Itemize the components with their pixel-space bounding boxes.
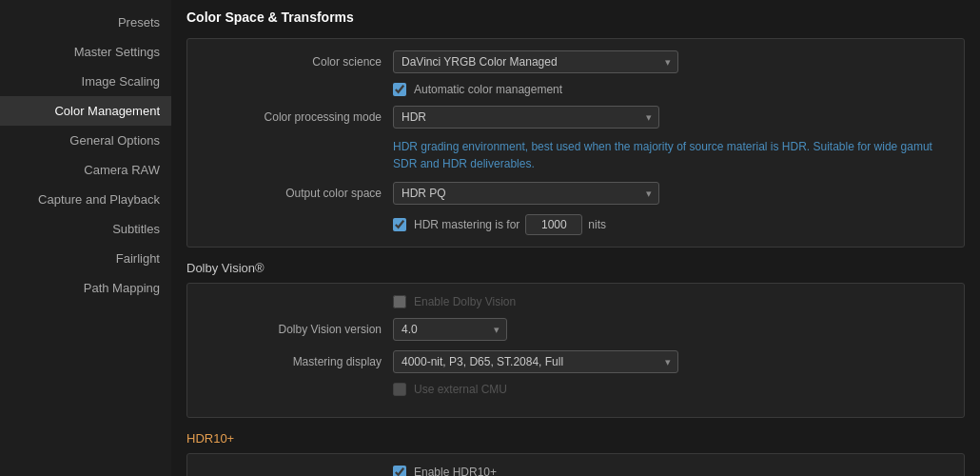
output-color-row: Output color space HDR PQHDR HLGRec.709R… (203, 182, 949, 205)
output-color-select[interactable]: HDR PQHDR HLGRec.709Rec.2020 (393, 182, 659, 205)
hdr10-title: HDR10+ (186, 431, 965, 446)
dolby-version-select[interactable]: 4.02.92.6 (393, 318, 507, 341)
main-content: Color Space & Transforms Color science D… (171, 0, 980, 476)
hdr-mastering-checkbox[interactable] (393, 218, 406, 231)
dolby-enable-checkbox[interactable] (393, 295, 406, 308)
color-processing-select[interactable]: HDRSDRCustom (393, 106, 659, 129)
sidebar-item-presets[interactable]: Presets (0, 8, 171, 37)
dolby-version-label: Dolby Vision version (203, 323, 393, 336)
color-science-select[interactable]: DaVinci YRGB Color ManagedDaVinci YRGBDa… (393, 50, 678, 73)
hdr-description: HDR grading environment, best used when … (393, 138, 949, 172)
auto-color-row: Automatic color management (393, 83, 949, 96)
hdr10-enable-row: Enable HDR10+ (393, 466, 949, 476)
mastering-display-wrapper: 4000-nit, P3, D65, ST.2084, Full1000-nit… (393, 350, 678, 373)
color-processing-wrapper: HDRSDRCustom (393, 106, 659, 129)
color-space-panel: Color science DaVinci YRGB Color Managed… (186, 38, 965, 248)
dolby-version-wrapper: 4.02.92.6 (393, 318, 507, 341)
use-external-cmu-checkbox[interactable] (393, 383, 406, 396)
hdr-mastering-label[interactable]: HDR mastering is for (414, 218, 519, 231)
auto-color-checkbox[interactable] (393, 83, 406, 96)
mastering-display-select[interactable]: 4000-nit, P3, D65, ST.2084, Full1000-nit… (393, 350, 678, 373)
sidebar: PresetsMaster SettingsImage ScalingColor… (0, 0, 171, 476)
dolby-version-control: 4.02.92.6 (393, 318, 949, 341)
section-title-text: Color Space (186, 10, 265, 25)
output-color-control: HDR PQHDR HLGRec.709Rec.2020 (393, 182, 949, 205)
dolby-enable-label[interactable]: Enable Dolby Vision (414, 295, 516, 308)
nits-unit-label: nits (588, 218, 606, 231)
hdr-mastering-row: HDR mastering is for 1000 nits (393, 214, 949, 235)
hdr10-enable-label[interactable]: Enable HDR10+ (414, 466, 497, 476)
color-processing-row: Color processing mode HDRSDRCustom (203, 106, 949, 129)
auto-color-label[interactable]: Automatic color management (414, 83, 562, 96)
sidebar-item-path-mapping[interactable]: Path Mapping (0, 273, 171, 303)
sidebar-item-camera-raw[interactable]: Camera RAW (0, 155, 171, 185)
mastering-display-label: Mastering display (203, 355, 393, 368)
section-title: Color Space & Transforms (186, 10, 965, 29)
use-external-cmu-label[interactable]: Use external CMU (414, 383, 507, 396)
sidebar-item-general-options[interactable]: General Options (0, 126, 171, 155)
dolby-vision-title: Dolby Vision® (186, 261, 965, 275)
color-processing-label: Color processing mode (203, 110, 393, 124)
hdr10-enable-checkbox[interactable] (393, 466, 406, 476)
dolby-enable-row: Enable Dolby Vision (393, 295, 949, 308)
mastering-display-row: Mastering display 4000-nit, P3, D65, ST.… (203, 350, 949, 373)
output-color-label: Output color space (203, 187, 393, 200)
sidebar-item-fairlight[interactable]: Fairlight (0, 244, 171, 273)
sidebar-item-image-scaling[interactable]: Image Scaling (0, 67, 171, 96)
section-title-text2: & Transforms (268, 10, 354, 25)
mastering-display-control: 4000-nit, P3, D65, ST.2084, Full1000-nit… (393, 350, 949, 373)
sidebar-item-color-management[interactable]: Color Management (0, 96, 171, 126)
sidebar-item-capture-and-playback[interactable]: Capture and Playback (0, 185, 171, 214)
hdr10-panel: Enable HDR10+ (186, 453, 965, 476)
color-science-wrapper: DaVinci YRGB Color ManagedDaVinci YRGBDa… (393, 50, 678, 73)
hdr-nits-input[interactable]: 1000 (525, 214, 582, 235)
dolby-version-row: Dolby Vision version 4.02.92.6 (203, 318, 949, 341)
color-processing-control: HDRSDRCustom (393, 106, 949, 129)
color-science-label: Color science (203, 55, 393, 69)
sidebar-item-subtitles[interactable]: Subtitles (0, 214, 171, 244)
color-science-row: Color science DaVinci YRGB Color Managed… (203, 50, 949, 73)
use-external-cmu-row: Use external CMU (393, 383, 949, 396)
sidebar-item-master-settings[interactable]: Master Settings (0, 37, 171, 67)
output-color-wrapper: HDR PQHDR HLGRec.709Rec.2020 (393, 182, 659, 205)
color-science-control: DaVinci YRGB Color ManagedDaVinci YRGBDa… (393, 50, 949, 73)
dolby-vision-panel: Enable Dolby Vision Dolby Vision version… (186, 283, 965, 418)
